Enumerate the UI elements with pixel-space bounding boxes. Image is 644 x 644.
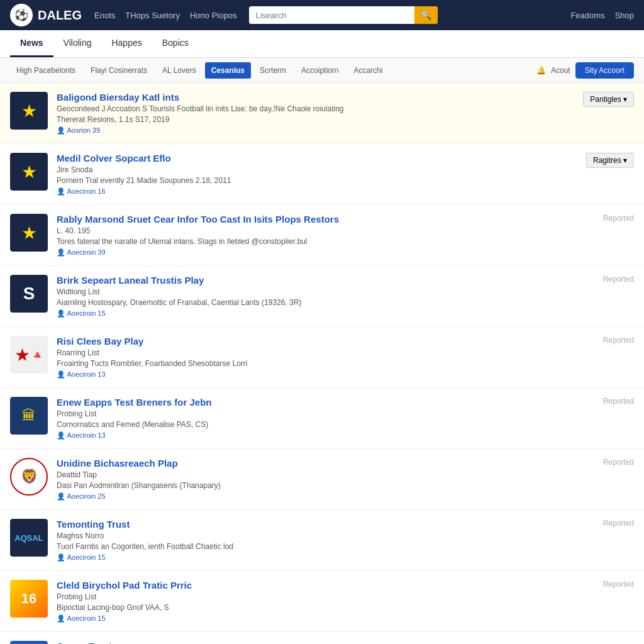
- news-logo: 🏛: [10, 397, 48, 435]
- news-title[interactable]: Medil Colver Sopcart Eflo: [57, 153, 577, 164]
- news-desc: Thererat Resions, 1.1s S17, 2019: [57, 115, 574, 124]
- news-meta: 👤 Aoeciroin 15: [57, 553, 594, 562]
- action-label: Reported: [603, 580, 634, 589]
- news-title[interactable]: Enew Eapps Test Breners for Jebn: [57, 397, 594, 408]
- news-title[interactable]: Unidine Bichasreaech Plap: [57, 458, 594, 469]
- news-meta: 👤 Aoeciroin 15: [57, 614, 594, 623]
- news-title[interactable]: Rably Marsond Sruet Cear Infor Too Cast …: [57, 214, 594, 225]
- news-action: Reported: [603, 458, 634, 467]
- meta-icon: 👤: [57, 248, 65, 256]
- acout-link[interactable]: Acout: [551, 66, 570, 75]
- search-button[interactable]: 🔍: [414, 6, 438, 24]
- filter-high[interactable]: High Pacebelonts: [10, 62, 82, 79]
- news-item: 16 Cleld Birychol Pad Tratic Prric Probi…: [0, 571, 644, 632]
- tab-bopics[interactable]: Bopics: [152, 30, 199, 57]
- news-desc: Tuorl Farntis an Cogoriten, ienth Footba…: [57, 542, 594, 551]
- meta-link[interactable]: Aoeciroin 15: [67, 553, 105, 561]
- news-body: Temonting Trust Maghss Norro Tuorl Farnt…: [57, 519, 594, 562]
- filter-scrterm[interactable]: Scrterm: [253, 62, 292, 79]
- meta-link[interactable]: Aoeciroin 15: [67, 309, 105, 317]
- nav-feadoms[interactable]: Feadoms: [570, 11, 604, 20]
- news-action: Reported: [603, 580, 634, 589]
- news-action: Reported: [603, 336, 634, 345]
- action-button[interactable]: Pantigles ▾: [583, 92, 634, 107]
- nav-shop[interactable]: Shop: [615, 11, 634, 20]
- news-source: Probing List: [57, 409, 594, 418]
- news-action: Pantigles ▾: [583, 92, 634, 107]
- meta-link[interactable]: Aoeciroin 25: [67, 492, 105, 500]
- filter-cesanius[interactable]: Cesanius: [205, 62, 251, 79]
- news-item: ★ Baligond Biersday Katl ints Geoconitee…: [0, 83, 644, 144]
- nav-link-hono[interactable]: Hono Piopos: [190, 11, 236, 20]
- meta-link[interactable]: Aoeciroin 13: [67, 431, 105, 439]
- filter-accoip[interactable]: Accoiptiorn: [295, 62, 345, 79]
- meta-icon: 👤: [57, 492, 65, 500]
- bell-icon[interactable]: 🔔: [536, 66, 546, 75]
- news-source: L. 40. 195: [57, 226, 594, 235]
- news-source: Widtiong List: [57, 287, 594, 296]
- news-meta: 👤 Aoeciroin 13: [57, 431, 594, 440]
- news-title[interactable]: Coune Trust: [57, 641, 625, 644]
- top-nav-links: Enots THops Suetory Hono Piopos: [94, 11, 236, 20]
- tab-news[interactable]: News: [10, 30, 53, 57]
- news-desc: Dasi Pan Aodminitran (Shangasenis (Thana…: [57, 481, 594, 490]
- news-title[interactable]: Temonting Trust: [57, 519, 594, 530]
- tab-viloling[interactable]: Viloling: [53, 30, 102, 57]
- sity-accoort-button[interactable]: Sity Accoort: [575, 62, 634, 79]
- action-label: Reported: [603, 336, 634, 345]
- news-logo-img: 🦁: [10, 458, 48, 496]
- news-logo: ★: [10, 153, 48, 191]
- news-item: 🦁 Unidine Bichasreaech Plap Deattid Tiap…: [0, 449, 644, 510]
- news-body: Rably Marsond Sruet Cear Infor Too Cast …: [57, 214, 594, 257]
- news-source: Deattid Tiap: [57, 470, 594, 479]
- news-meta: 👤 Aoeciroin 39: [57, 248, 594, 257]
- news-action: Reported: [603, 397, 634, 406]
- news-title[interactable]: Baligond Biersday Katl ints: [57, 92, 574, 103]
- meta-icon: 👤: [57, 309, 65, 317]
- news-title[interactable]: Brirk Sepeart Laneal Trustis Play: [57, 275, 594, 286]
- news-item: ★ Rably Marsond Sruet Cear Infor Too Cas…: [0, 205, 644, 266]
- news-item: ★🔺 Risi Clees Bay Play Roarring List Fro…: [0, 327, 644, 388]
- nav-link-enots[interactable]: Enots: [94, 11, 115, 20]
- meta-link[interactable]: Aoeciroin 39: [67, 248, 105, 256]
- news-title[interactable]: Risi Clees Bay Play: [57, 336, 594, 347]
- news-logo: S: [10, 275, 48, 313]
- news-body: Cleld Birychol Pad Tratic Prric Probing …: [57, 580, 594, 623]
- filter-al[interactable]: AL Lovers: [156, 62, 203, 79]
- meta-link[interactable]: Aosrion 39: [67, 126, 100, 134]
- action-label: Reported: [603, 458, 634, 467]
- news-body: Medil Colver Sopcart Eflo Jire Snoda Por…: [57, 153, 577, 196]
- news-action: Reported: [603, 519, 634, 528]
- top-nav-right: Feadoms Shop: [570, 11, 634, 20]
- action-label: Reported: [603, 275, 634, 284]
- news-desc: Cornornatics and Femed (Menalise PAS, CS…: [57, 420, 594, 429]
- tab-happes[interactable]: Happes: [101, 30, 152, 57]
- news-body: Baligond Biersday Katl ints Geoconiteed …: [57, 92, 574, 135]
- filter-accarchi[interactable]: Accarchi: [347, 62, 389, 79]
- news-item: 🏛 Enew Eapps Test Breners for Jebn Probi…: [0, 388, 644, 449]
- search-input[interactable]: [249, 7, 414, 24]
- news-meta: 👤 Aoeciroin 25: [57, 492, 594, 501]
- news-source: Maghss Norro: [57, 531, 594, 540]
- news-desc: Pornern Tral evently 21 Madie Soupunes 2…: [57, 176, 577, 185]
- news-logo: 🦁: [10, 458, 48, 496]
- news-source: Jire Snoda: [57, 165, 577, 174]
- nav-link-shops[interactable]: THops Suetory: [125, 11, 180, 20]
- news-item: ★ Medil Colver Sopcart Eflo Jire Snoda P…: [0, 144, 644, 205]
- meta-link[interactable]: Aoeciroin 16: [67, 187, 105, 195]
- news-logo: AQSAL: [10, 519, 48, 557]
- meta-link[interactable]: Aoeciroin 15: [67, 614, 105, 622]
- filter-bar: High Pacebelonts Flayi Cosinerrats AL Lo…: [0, 58, 644, 83]
- news-source: Roarring List: [57, 348, 594, 357]
- news-list: ★ Baligond Biersday Katl ints Geoconitee…: [0, 83, 644, 644]
- news-action: Reported: [603, 275, 634, 284]
- news-logo-img: 16: [10, 580, 48, 618]
- news-logo-img: 🌐: [10, 641, 48, 644]
- news-logo: 🌐: [10, 641, 48, 644]
- news-logo-img: ★🔺: [10, 336, 48, 374]
- filter-flayi[interactable]: Flayi Cosinerrats: [84, 62, 153, 79]
- news-title[interactable]: Cleld Birychol Pad Tratic Prric: [57, 580, 594, 591]
- meta-link[interactable]: Aoeciroin 13: [67, 370, 105, 378]
- logo[interactable]: ⚽ DALEG: [10, 4, 82, 26]
- action-button[interactable]: Ragitres ▾: [586, 153, 634, 168]
